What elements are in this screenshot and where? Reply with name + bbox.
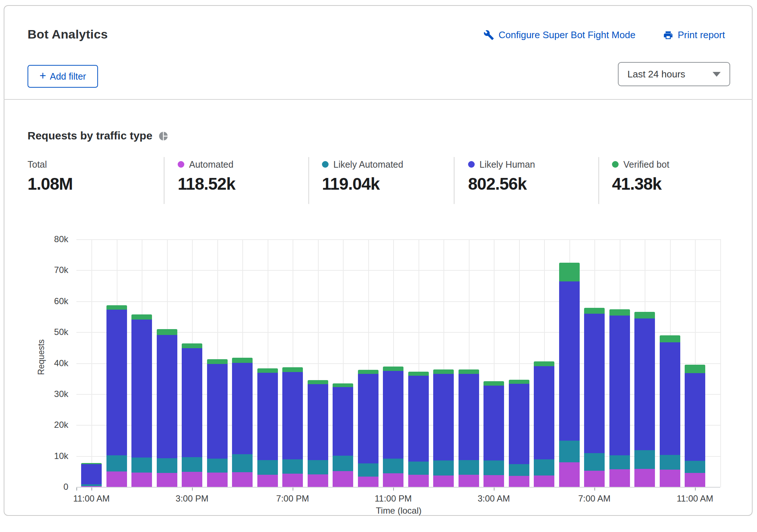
y-tick-label: 70k — [43, 265, 68, 275]
segment-verified-bot — [383, 367, 403, 371]
stat-label: Verified bot — [623, 159, 669, 170]
gridline — [76, 301, 720, 302]
bar-7-00-am — [584, 308, 605, 487]
segment-automated — [459, 475, 479, 487]
bar-2-00-pm — [157, 329, 177, 487]
bar-9-00-pm — [333, 383, 353, 487]
bar-6-00-pm — [257, 368, 278, 487]
x-tick-label: 11:00 PM — [375, 493, 412, 504]
bar-4-00-pm — [207, 359, 228, 487]
x-tick-label: 7:00 AM — [578, 493, 611, 504]
segment-automated — [634, 469, 655, 487]
wrench-icon — [483, 30, 494, 40]
segment-verified-bot — [534, 361, 554, 366]
segment-automated — [559, 462, 580, 487]
segment-likely-automated — [207, 459, 228, 473]
bar-6-00-am — [559, 263, 580, 487]
x-tick-label: 3:00 AM — [478, 493, 510, 504]
legend-dot — [468, 161, 475, 168]
segment-automated — [358, 477, 378, 487]
bar-7-00-pm — [282, 367, 303, 487]
segment-automated — [232, 472, 253, 487]
bar-11-00-pm — [383, 367, 403, 487]
section-title: Requests by traffic type — [28, 130, 169, 142]
segment-automated — [609, 469, 630, 487]
x-tick-label: 7:00 PM — [276, 493, 309, 504]
bar-12-00-am — [408, 372, 429, 487]
bar-11-00-am — [81, 463, 102, 487]
segment-verified-bot — [131, 314, 152, 320]
segment-automated — [182, 472, 202, 487]
stat-divider — [164, 157, 164, 204]
segment-likely-human — [584, 314, 605, 453]
stat-value: 41.38k — [612, 174, 669, 194]
x-tick-label: 3:00 PM — [175, 493, 208, 504]
bar-1-00-pm — [131, 314, 152, 487]
segment-likely-human — [634, 318, 655, 450]
segment-automated — [483, 475, 504, 487]
bar-12-00-pm — [106, 305, 127, 487]
stat-value: 119.04k — [322, 174, 403, 194]
segment-likely-automated — [358, 463, 378, 477]
legend-dot — [612, 161, 619, 168]
y-tick-label: 40k — [43, 358, 68, 368]
configure-super-bot-fight-mode-link[interactable]: Configure Super Bot Fight Mode — [483, 29, 635, 41]
segment-likely-human — [383, 371, 403, 459]
segment-automated — [584, 471, 605, 487]
gridline — [76, 270, 720, 271]
bar-1-00-am — [433, 369, 454, 487]
stat-total: Total1.08M — [28, 158, 73, 194]
segment-likely-human — [534, 366, 554, 459]
header-divider — [4, 99, 753, 100]
segment-likely-automated — [660, 455, 680, 470]
y-axis-title: Requests — [36, 335, 46, 379]
segment-likely-human — [131, 320, 152, 458]
segment-likely-automated — [131, 458, 152, 473]
segment-likely-automated — [182, 457, 202, 472]
y-tick-label: 80k — [43, 234, 68, 244]
print-link-label: Print report — [678, 29, 725, 41]
segment-likely-automated — [408, 462, 429, 475]
segment-automated — [408, 475, 429, 487]
y-tick-label: 10k — [43, 451, 68, 461]
stat-label: Likely Human — [479, 159, 535, 170]
segment-automated — [282, 474, 303, 487]
segment-likely-human — [609, 316, 630, 455]
segment-likely-human — [459, 374, 479, 460]
segment-verified-bot — [634, 312, 655, 318]
print-report-link[interactable]: Print report — [663, 29, 725, 41]
segment-verified-bot — [282, 367, 303, 372]
y-tick-label: 30k — [43, 389, 68, 399]
segment-verified-bot — [609, 309, 630, 316]
stat-divider — [454, 157, 454, 204]
pie-chart-icon — [158, 131, 169, 141]
bar-11-00-am — [685, 365, 705, 487]
stat-label: Automated — [189, 159, 233, 170]
legend-dot — [178, 161, 184, 168]
y-tick-label: 0 — [43, 482, 68, 492]
x-tick-label: 11:00 AM — [677, 493, 713, 504]
segment-verified-bot — [232, 358, 253, 363]
segment-likely-human — [182, 348, 202, 457]
segment-automated — [106, 471, 127, 487]
segment-likely-automated — [333, 456, 353, 471]
segment-automated — [333, 471, 353, 487]
segment-likely-automated — [383, 459, 403, 473]
segment-likely-human — [333, 387, 353, 456]
bar-2-00-am — [459, 369, 479, 487]
gridline-vertical — [720, 239, 721, 487]
chevron-down-icon — [713, 72, 721, 77]
add-filter-button[interactable]: + Add filter — [28, 65, 98, 88]
segment-likely-automated — [509, 464, 529, 475]
segment-automated — [660, 470, 680, 487]
segment-likely-automated — [534, 459, 554, 475]
stat-value: 802.56k — [468, 174, 535, 194]
segment-likely-human — [282, 372, 303, 459]
segment-automated — [308, 474, 328, 487]
segment-likely-automated — [559, 441, 580, 462]
segment-verified-bot — [157, 329, 177, 335]
time-range-select[interactable]: Last 24 hours — [618, 62, 730, 86]
stat-automated: Automated118.52k — [178, 158, 235, 194]
segment-verified-bot — [257, 368, 278, 373]
segment-verified-bot — [685, 365, 705, 374]
